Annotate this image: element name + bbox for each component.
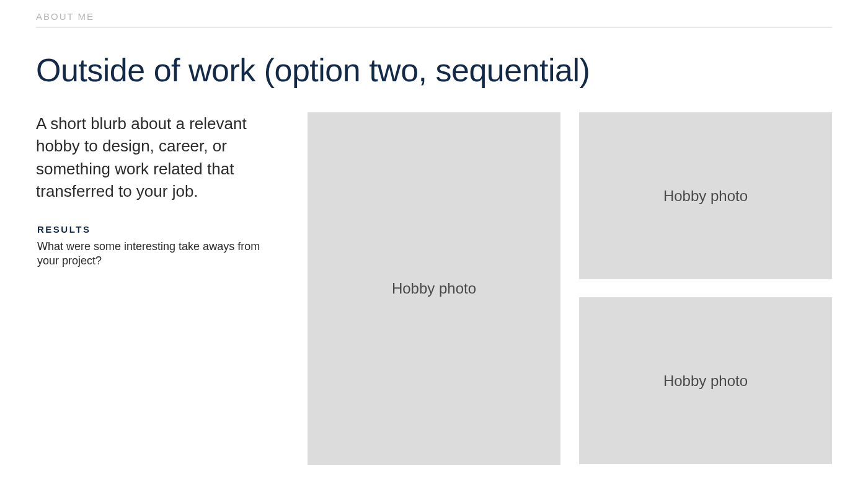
slide-page: ABOUT ME Outside of work (option two, se… <box>0 0 868 465</box>
left-column: A short blurb about a relevant hobby to … <box>36 112 289 465</box>
hobby-photo-top-right: Hobby photo <box>579 112 832 279</box>
hobby-photo-large: Hobby photo <box>308 112 560 465</box>
results-body: What were some interesting take aways fr… <box>37 240 273 269</box>
middle-column: Hobby photo <box>308 112 560 465</box>
photo-placeholder-label: Hobby photo <box>663 187 748 205</box>
right-column: Hobby photo Hobby photo <box>579 112 832 465</box>
photo-placeholder-label: Hobby photo <box>663 372 748 390</box>
hobby-blurb: A short blurb about a relevant hobby to … <box>36 112 289 203</box>
photo-placeholder-label: Hobby photo <box>392 280 476 297</box>
eyebrow-label: ABOUT ME <box>36 11 832 27</box>
content-row: A short blurb about a relevant hobby to … <box>36 112 832 465</box>
results-heading: RESULTS <box>37 224 289 235</box>
header-divider <box>36 27 832 28</box>
hobby-photo-bottom-right: Hobby photo <box>579 297 832 464</box>
page-title: Outside of work (option two, sequential) <box>36 52 832 89</box>
